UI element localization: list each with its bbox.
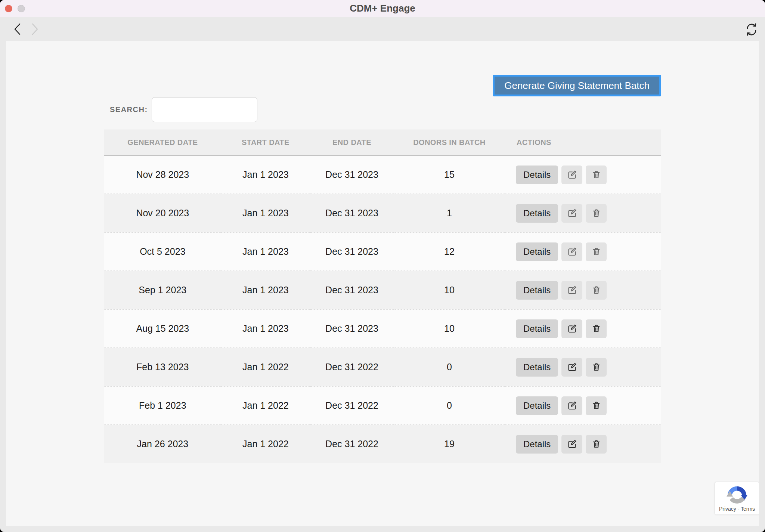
- cell-generated-date: Aug 15 2023: [104, 309, 221, 348]
- cell-start-date: Jan 1 2023: [221, 194, 310, 232]
- cell-generated-date: Feb 1 2023: [104, 386, 221, 425]
- cell-end-date: Dec 31 2023: [310, 155, 394, 194]
- cell-donors-in-batch: 19: [394, 425, 505, 463]
- delete-button[interactable]: [586, 358, 607, 377]
- edit-button[interactable]: [561, 396, 582, 415]
- cell-end-date: Dec 31 2023: [310, 194, 394, 232]
- cell-donors-in-batch: 12: [394, 232, 505, 271]
- cell-start-date: Jan 1 2023: [221, 271, 310, 309]
- trash-icon: [592, 170, 601, 179]
- table-row: Feb 1 2023 Jan 1 2022 Dec 31 2022 0 Deta…: [104, 386, 661, 425]
- table-row: Sep 1 2023 Jan 1 2023 Dec 31 2023 10 Det…: [104, 271, 661, 309]
- cell-end-date: Dec 31 2022: [310, 425, 394, 463]
- refresh-icon: [744, 22, 759, 37]
- recaptcha-badge[interactable]: Privacy - Terms: [715, 482, 759, 514]
- cell-generated-date: Feb 13 2023: [104, 348, 221, 386]
- forward-button[interactable]: [28, 22, 41, 36]
- title-bar: CDM+ Engage: [0, 0, 765, 17]
- delete-button[interactable]: [586, 204, 607, 223]
- table-row: Oct 5 2023 Jan 1 2023 Dec 31 2023 12 Det…: [104, 232, 661, 271]
- edit-button[interactable]: [561, 358, 582, 377]
- trash-icon: [592, 324, 601, 333]
- app-window: CDM+ Engage: [0, 0, 765, 532]
- details-button[interactable]: Details: [516, 204, 558, 223]
- details-button[interactable]: Details: [516, 358, 558, 377]
- trash-icon: [592, 401, 601, 410]
- edit-button[interactable]: [561, 281, 582, 300]
- cell-donors-in-batch: 0: [394, 386, 505, 425]
- delete-button[interactable]: [586, 396, 607, 415]
- cell-generated-date: Jan 26 2023: [104, 425, 221, 463]
- cell-start-date: Jan 1 2022: [221, 348, 310, 386]
- details-button[interactable]: Details: [516, 242, 558, 261]
- edit-button[interactable]: [561, 204, 582, 223]
- cell-start-date: Jan 1 2023: [221, 232, 310, 271]
- cell-donors-in-batch: 15: [394, 155, 505, 194]
- delete-button[interactable]: [586, 242, 607, 261]
- privacy-terms-link[interactable]: Privacy - Terms: [719, 506, 755, 512]
- navigation-bar: [0, 17, 765, 41]
- close-window-button[interactable]: [5, 5, 12, 12]
- column-header-donors-in-batch: DONORS IN BATCH: [394, 130, 505, 156]
- main-content: Generate Giving Statement Batch SEARCH: …: [6, 41, 759, 526]
- cell-actions: Details: [505, 232, 661, 271]
- recaptcha-icon: [727, 485, 747, 506]
- cell-actions: Details: [505, 386, 661, 425]
- cell-actions: Details: [505, 271, 661, 309]
- details-button[interactable]: Details: [516, 435, 558, 454]
- column-header-actions: ACTIONS: [505, 130, 661, 156]
- column-header-start-date: START DATE: [221, 130, 310, 156]
- table-row: Jan 26 2023 Jan 1 2022 Dec 31 2022 19 De…: [104, 425, 661, 463]
- cell-start-date: Jan 1 2023: [221, 155, 310, 194]
- edit-button[interactable]: [561, 319, 582, 338]
- details-button[interactable]: Details: [516, 396, 558, 415]
- table-row: Nov 28 2023 Jan 1 2023 Dec 31 2023 15 De…: [104, 155, 661, 194]
- column-header-end-date: END DATE: [310, 130, 394, 156]
- back-chevron-icon: [13, 23, 22, 35]
- edit-icon: [567, 208, 577, 218]
- giving-statement-batches-table: GENERATED DATESTART DATEEND DATEDONORS I…: [104, 130, 661, 463]
- search-label: SEARCH:: [110, 105, 148, 114]
- delete-button[interactable]: [586, 281, 607, 300]
- details-button[interactable]: Details: [516, 319, 558, 338]
- trash-icon: [592, 208, 601, 218]
- edit-icon: [567, 324, 577, 334]
- cell-start-date: Jan 1 2022: [221, 386, 310, 425]
- forward-chevron-icon: [30, 23, 40, 35]
- cell-end-date: Dec 31 2022: [310, 386, 394, 425]
- trash-icon: [592, 285, 601, 295]
- cell-actions: Details: [505, 309, 661, 348]
- column-header-generated-date: GENERATED DATE: [104, 130, 221, 156]
- trash-icon: [592, 247, 601, 256]
- details-button[interactable]: Details: [516, 281, 558, 300]
- minimize-window-button[interactable]: [18, 5, 25, 12]
- details-button[interactable]: Details: [516, 166, 558, 184]
- edit-button[interactable]: [561, 242, 582, 261]
- edit-button[interactable]: [561, 435, 582, 454]
- delete-button[interactable]: [586, 166, 607, 184]
- edit-icon: [567, 439, 577, 449]
- back-button[interactable]: [11, 22, 24, 36]
- cell-donors-in-batch: 10: [394, 271, 505, 309]
- refresh-button[interactable]: [743, 22, 760, 37]
- cell-actions: Details: [505, 348, 661, 386]
- cell-start-date: Jan 1 2022: [221, 425, 310, 463]
- edit-icon: [567, 362, 577, 372]
- delete-button[interactable]: [586, 319, 607, 338]
- edit-icon: [567, 400, 577, 411]
- edit-button[interactable]: [561, 166, 582, 184]
- cell-donors-in-batch: 0: [394, 348, 505, 386]
- search-input[interactable]: [152, 97, 257, 122]
- cell-donors-in-batch: 1: [394, 194, 505, 232]
- generate-giving-statement-batch-button[interactable]: Generate Giving Statement Batch: [493, 75, 661, 96]
- cell-start-date: Jan 1 2023: [221, 309, 310, 348]
- traffic-lights: [5, 5, 25, 12]
- cell-end-date: Dec 31 2023: [310, 309, 394, 348]
- cell-end-date: Dec 31 2023: [310, 271, 394, 309]
- table-row: Nov 20 2023 Jan 1 2023 Dec 31 2023 1 Det…: [104, 194, 661, 232]
- cell-actions: Details: [505, 194, 661, 232]
- delete-button[interactable]: [586, 435, 607, 454]
- table-row: Feb 13 2023 Jan 1 2022 Dec 31 2022 0 Det…: [104, 348, 661, 386]
- table-row: Aug 15 2023 Jan 1 2023 Dec 31 2023 10 De…: [104, 309, 661, 348]
- cell-generated-date: Sep 1 2023: [104, 271, 221, 309]
